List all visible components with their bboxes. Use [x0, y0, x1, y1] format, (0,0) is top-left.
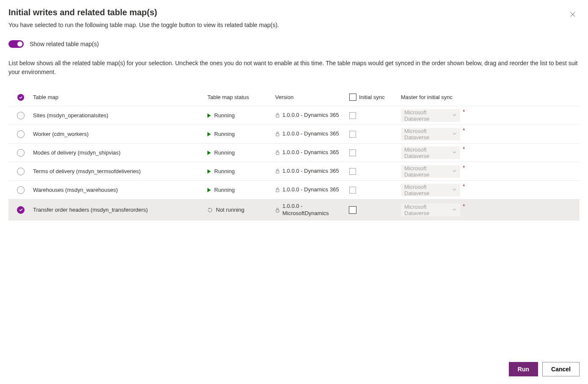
- dialog-footer: Run Cancel: [509, 362, 580, 376]
- dialog-title: Initial writes and related table map(s): [8, 8, 580, 17]
- required-asterisk: *: [463, 203, 465, 210]
- row-status-text: Running: [214, 149, 235, 156]
- chevron-down-icon: [452, 168, 457, 174]
- col-table-map[interactable]: Table map: [33, 94, 207, 100]
- initial-sync-checkbox[interactable]: [349, 112, 356, 119]
- row-status: Running: [207, 131, 275, 137]
- lock-icon: [275, 113, 280, 118]
- table-row[interactable]: Modes of delivery (msdyn_shipvias)Runnin…: [8, 144, 580, 162]
- row-status-text: Not running: [216, 207, 244, 213]
- row-select-radio[interactable]: [17, 112, 25, 119]
- table-row[interactable]: Terms of delivery (msdyn_termsofdeliveri…: [8, 162, 580, 181]
- svg-rect-0: [276, 115, 279, 118]
- table-row[interactable]: Transfer order headers (msdyn_transferor…: [8, 199, 580, 221]
- row-version: 1.0.0.0 - MicrosoftDynamics: [275, 203, 346, 217]
- svg-rect-5: [276, 210, 279, 212]
- row-version-text: 1.0.0.0 - Dynamics 365: [282, 168, 339, 175]
- required-asterisk: *: [463, 146, 465, 152]
- row-select-radio[interactable]: [17, 168, 25, 175]
- chevron-down-icon: [452, 112, 457, 119]
- initial-sync-checkbox[interactable]: [349, 149, 356, 156]
- master-select-value: Microsoft Dataverse: [404, 184, 452, 196]
- row-version-text: 1.0.0.0 - Dynamics 365: [282, 112, 339, 119]
- col-status[interactable]: Table map status: [207, 94, 275, 100]
- row-status-text: Running: [214, 168, 235, 174]
- row-select-radio[interactable]: [17, 206, 25, 214]
- col-version[interactable]: Version: [275, 94, 346, 100]
- master-select-value: Microsoft Dataverse: [404, 165, 452, 178]
- initial-sync-checkbox[interactable]: [349, 187, 356, 193]
- row-tablemap-name: Modes of delivery (msdyn_shipvias): [33, 149, 207, 156]
- required-asterisk: *: [463, 127, 465, 134]
- row-version: 1.0.0.0 - Dynamics 365: [275, 168, 346, 175]
- chevron-down-icon: [452, 207, 457, 213]
- chevron-down-icon: [452, 187, 457, 193]
- row-version-text: 1.0.0.0 - Dynamics 365: [282, 186, 339, 193]
- run-button[interactable]: Run: [509, 362, 538, 376]
- close-button[interactable]: [568, 9, 578, 19]
- row-select-radio[interactable]: [17, 149, 25, 157]
- initial-sync-header-checkbox[interactable]: [349, 94, 356, 101]
- required-asterisk: *: [463, 183, 465, 190]
- row-tablemap-name: Terms of delivery (msdyn_termsofdeliveri…: [33, 168, 207, 174]
- lock-icon: [275, 169, 280, 174]
- row-version: 1.0.0.0 - Dynamics 365: [275, 149, 346, 156]
- row-status-text: Running: [214, 112, 235, 119]
- master-initial-sync-select[interactable]: Microsoft Dataverse: [401, 204, 460, 216]
- select-all-icon[interactable]: [17, 94, 24, 101]
- not-running-icon: [207, 207, 213, 213]
- master-select-value: Microsoft Dataverse: [404, 204, 452, 216]
- row-status: Running: [207, 187, 275, 193]
- master-initial-sync-select[interactable]: Microsoft Dataverse: [401, 146, 460, 159]
- master-select-value: Microsoft Dataverse: [404, 128, 452, 141]
- row-status-text: Running: [214, 131, 235, 137]
- table-map-table: Table map Table map status Version Initi…: [8, 88, 580, 221]
- chevron-down-icon: [452, 131, 457, 137]
- instructions-text: List below shows all the related table m…: [8, 59, 580, 77]
- master-initial-sync-select[interactable]: Microsoft Dataverse: [401, 128, 460, 141]
- master-select-value: Microsoft Dataverse: [404, 146, 452, 159]
- show-related-toggle-label: Show related table map(s): [30, 41, 99, 47]
- row-status: Running: [207, 112, 275, 119]
- chevron-down-icon: [452, 149, 457, 156]
- show-related-toggle[interactable]: [8, 40, 24, 48]
- initial-sync-checkbox[interactable]: [349, 168, 356, 175]
- row-version-text: 1.0.0.0 - MicrosoftDynamics: [282, 203, 333, 217]
- row-tablemap-name: Transfer order headers (msdyn_transferor…: [33, 207, 207, 213]
- running-icon: [207, 151, 211, 155]
- lock-icon: [275, 150, 280, 155]
- running-icon: [207, 169, 211, 174]
- table-row[interactable]: Worker (cdm_workers)Running1.0.0.0 - Dyn…: [8, 125, 580, 144]
- master-initial-sync-select[interactable]: Microsoft Dataverse: [401, 165, 460, 178]
- row-status: Running: [207, 149, 275, 156]
- svg-rect-3: [276, 171, 279, 174]
- cancel-button[interactable]: Cancel: [542, 362, 580, 376]
- master-initial-sync-select[interactable]: Microsoft Dataverse: [401, 184, 460, 196]
- row-select-radio[interactable]: [17, 186, 25, 194]
- lock-icon: [275, 131, 280, 136]
- dialog-subtitle: You have selected to run the following t…: [8, 22, 580, 28]
- row-version: 1.0.0.0 - Dynamics 365: [275, 130, 346, 138]
- row-status: Not running: [207, 207, 275, 213]
- running-icon: [207, 113, 211, 118]
- row-status: Running: [207, 168, 275, 174]
- row-status-text: Running: [214, 187, 235, 193]
- lock-icon: [275, 187, 280, 192]
- table-header-row: Table map Table map status Version Initi…: [8, 88, 580, 106]
- row-version: 1.0.0.0 - Dynamics 365: [275, 186, 346, 193]
- col-initial-sync[interactable]: Initial sync: [359, 94, 401, 100]
- table-row[interactable]: Sites (msdyn_operationalsites)Running1.0…: [8, 106, 580, 125]
- row-tablemap-name: Warehouses (msdyn_warehouses): [33, 187, 207, 193]
- row-version: 1.0.0.0 - Dynamics 365: [275, 112, 346, 119]
- master-initial-sync-select[interactable]: Microsoft Dataverse: [401, 109, 460, 122]
- table-row[interactable]: Warehouses (msdyn_warehouses)Running1.0.…: [8, 181, 580, 199]
- initial-sync-checkbox[interactable]: [349, 131, 356, 138]
- col-master[interactable]: Master for initial sync: [401, 94, 473, 100]
- svg-rect-1: [276, 134, 279, 136]
- initial-sync-checkbox[interactable]: [349, 206, 356, 214]
- running-icon: [207, 188, 211, 192]
- row-select-radio[interactable]: [17, 130, 25, 138]
- running-icon: [207, 132, 211, 136]
- row-version-text: 1.0.0.0 - Dynamics 365: [282, 130, 339, 138]
- dialog-initial-writes: Initial writes and related table map(s) …: [0, 0, 588, 384]
